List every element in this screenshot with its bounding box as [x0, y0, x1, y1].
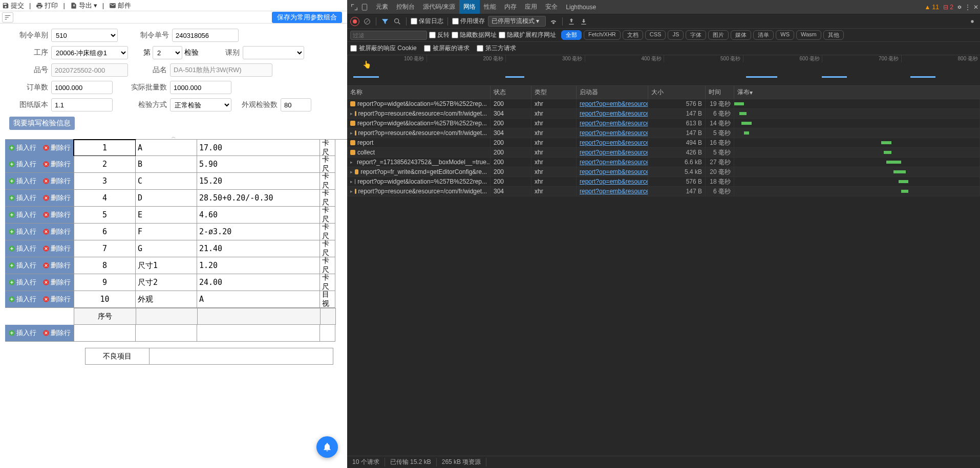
- insert-row-button[interactable]: 插入行: [5, 291, 39, 308]
- disable-cache-checkbox[interactable]: 停用缓存: [452, 17, 485, 26]
- settings-icon[interactable]: [955, 3, 964, 11]
- insert-row-button[interactable]: 插入行: [5, 325, 39, 342]
- network-row[interactable]: report?op=widget&location=%257B%2522rep.…: [347, 99, 980, 109]
- network-timeline[interactable]: 100 毫秒200 毫秒300 毫秒400 毫秒500 毫秒600 毫秒700 …: [347, 55, 980, 86]
- col-size[interactable]: 大小: [648, 86, 706, 99]
- filter-pill-字体[interactable]: 字体: [686, 30, 706, 40]
- table-cell-seq[interactable]: 8: [74, 257, 136, 274]
- filter-pill-媒体[interactable]: 媒体: [731, 30, 751, 40]
- col-initiator[interactable]: 启动器: [577, 86, 648, 99]
- table-cell-seq[interactable]: 4: [74, 190, 136, 207]
- download-icon[interactable]: [579, 17, 588, 26]
- warning-count[interactable]: ▲ 11: [922, 4, 941, 11]
- tab-Lighthouse[interactable]: Lighthouse: [562, 0, 600, 14]
- table-cell-seq[interactable]: 9: [74, 274, 136, 291]
- network-row[interactable]: ▸report?op=fr_write&cmd=getEditorConfig&…: [347, 167, 980, 177]
- insert-row-button[interactable]: 插入行: [5, 173, 39, 190]
- third-party-checkbox[interactable]: 第三方请求: [477, 44, 516, 53]
- network-row[interactable]: ▸report?op=resource&resource=/com/fr/wid…: [347, 109, 980, 119]
- preserve-log-checkbox[interactable]: 保留日志: [411, 17, 443, 26]
- tab-控制台[interactable]: 控制台: [392, 0, 419, 14]
- filter-icon[interactable]: [380, 17, 390, 26]
- network-row[interactable]: report?op=widget&location=%257B%2522rep.…: [347, 119, 980, 128]
- hide-data-urls-checkbox[interactable]: 隐藏数据网址: [452, 31, 497, 39]
- cell-initiator[interactable]: report?op=emb&resource: [577, 138, 648, 147]
- table-cell-code[interactable]: 外观: [136, 291, 197, 308]
- insert-row-button[interactable]: 插入行: [5, 190, 39, 207]
- col-time[interactable]: 时间: [706, 86, 734, 99]
- table-cell-tool[interactable]: 卡尺: [320, 274, 335, 291]
- tab-网络[interactable]: 网络: [459, 0, 480, 14]
- delete-row-button[interactable]: 删除行: [39, 173, 74, 190]
- cell-initiator[interactable]: report?op=emb&resource: [577, 109, 648, 118]
- drawing-ver-input[interactable]: [51, 98, 113, 112]
- table-cell-seq[interactable]: 10: [74, 291, 136, 308]
- more-icon[interactable]: ⋮: [964, 3, 972, 11]
- col-status[interactable]: 状态: [491, 86, 531, 99]
- table-cell-spec[interactable]: 2-ø3.20: [197, 224, 320, 240]
- insert-row-button[interactable]: 插入行: [5, 240, 39, 257]
- appearance-count-input[interactable]: [281, 98, 311, 112]
- table-cell-spec[interactable]: 1.20: [197, 257, 320, 274]
- delete-row-button[interactable]: 删除行: [39, 140, 74, 157]
- drag-handle[interactable]: ︿: [0, 134, 347, 139]
- hide-ext-urls-checkbox[interactable]: 隐藏扩展程序网址: [499, 31, 556, 39]
- table-cell-seq[interactable]: 2: [74, 156, 136, 173]
- table-cell-code[interactable]: E: [136, 207, 197, 224]
- table-cell[interactable]: [197, 325, 320, 342]
- table-cell[interactable]: [320, 325, 335, 342]
- order-type-select[interactable]: 510: [51, 29, 118, 42]
- wifi-icon[interactable]: [549, 17, 558, 26]
- table-cell-tool[interactable]: 卡尺: [320, 190, 335, 207]
- tab-性能[interactable]: 性能: [480, 0, 500, 14]
- class-select[interactable]: [243, 46, 304, 59]
- process-select[interactable]: 20006-冲床组@1: [51, 46, 128, 59]
- table-cell-tool[interactable]: 目视: [320, 291, 335, 308]
- inspect-icon[interactable]: [350, 3, 358, 11]
- table-cell-code[interactable]: 尺寸2: [136, 274, 197, 291]
- table-cell[interactable]: [74, 325, 136, 342]
- insert-row-button[interactable]: 插入行: [5, 257, 39, 274]
- filter-input[interactable]: [350, 31, 427, 40]
- insert-row-button[interactable]: 插入行: [5, 274, 39, 291]
- actual-qty-input[interactable]: [170, 81, 231, 94]
- table-cell-tool[interactable]: 卡尺: [320, 257, 335, 274]
- cell-initiator[interactable]: report?op=emb&resource: [577, 119, 648, 128]
- filter-pill-清单[interactable]: 清单: [753, 30, 774, 40]
- error-count[interactable]: ⊟ 2: [941, 4, 955, 11]
- tab-元素[interactable]: 元素: [372, 0, 392, 14]
- table-cell-code[interactable]: D: [136, 190, 197, 207]
- table-cell-seq[interactable]: 5: [74, 207, 136, 224]
- export-button[interactable]: 导出 ▾: [70, 1, 97, 10]
- fab-button[interactable]: [316, 436, 338, 458]
- delete-row-button[interactable]: 删除行: [39, 257, 74, 274]
- print-button[interactable]: 打印: [36, 1, 58, 10]
- col-name[interactable]: 名称: [347, 86, 491, 99]
- table-cell-seq[interactable]: 3: [74, 173, 136, 190]
- blocked-cookie-checkbox[interactable]: 被屏蔽的响应 Cookie: [350, 44, 417, 53]
- network-row[interactable]: ▸report?_=1713856243752&__boxModel__=tru…: [347, 158, 980, 167]
- close-devtools-icon[interactable]: ✕: [972, 3, 980, 11]
- table-cell[interactable]: [136, 325, 197, 342]
- record-button[interactable]: [350, 17, 359, 26]
- table-cell-spec[interactable]: A: [197, 291, 320, 308]
- network-row[interactable]: ▸report?op=resource&resource=/com/fr/wid…: [347, 128, 980, 138]
- table-cell-seq[interactable]: 1: [74, 140, 136, 156]
- seq-select[interactable]: 2: [153, 46, 182, 59]
- upload-icon[interactable]: [567, 17, 576, 26]
- insert-row-button[interactable]: 插入行: [5, 140, 39, 157]
- filter-pill-WS[interactable]: WS: [776, 30, 794, 40]
- delete-row-button[interactable]: 删除行: [39, 156, 74, 173]
- table-cell-spec[interactable]: 17.00: [197, 140, 320, 156]
- table-cell-spec[interactable]: 15.20: [197, 173, 320, 190]
- cell-initiator[interactable]: report?op=emb&resource: [577, 177, 648, 186]
- table-cell-seq[interactable]: 6: [74, 224, 136, 240]
- table-cell-code[interactable]: C: [136, 173, 197, 190]
- table-cell-spec[interactable]: 5.90: [197, 156, 320, 173]
- cell-initiator[interactable]: report?op=emb&resource: [577, 148, 648, 157]
- table-cell-code[interactable]: B: [136, 156, 197, 173]
- network-row[interactable]: collect 200 xhr report?op=emb&resource 4…: [347, 148, 980, 158]
- clear-button[interactable]: [363, 17, 372, 26]
- delete-row-button[interactable]: 删除行: [39, 291, 74, 308]
- network-row[interactable]: ▸report?op=widget&location=%257B%2522rep…: [347, 177, 980, 187]
